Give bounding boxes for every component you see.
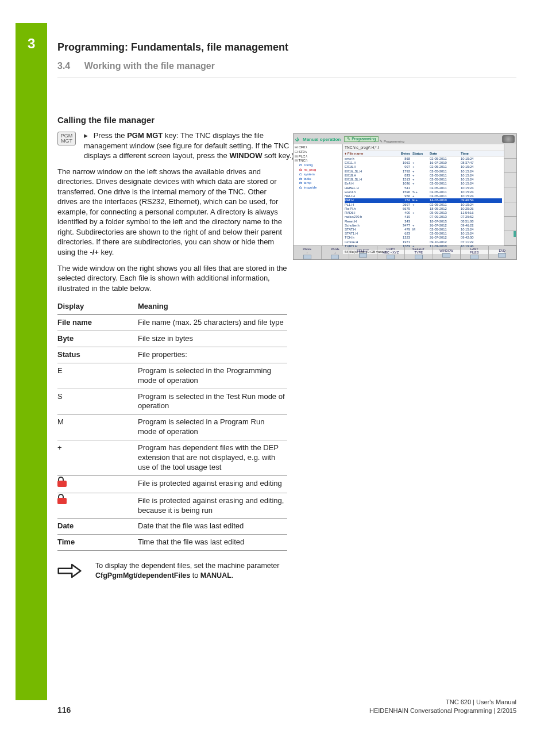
- file-row: NEU.H956+02-05-201110:15:24: [345, 194, 502, 198]
- side-button: [504, 144, 516, 159]
- file-row: EX11.H1963+16-07-201008:37:47: [345, 161, 502, 165]
- file-row: radius270.h41907-09-201307:29:52: [345, 215, 502, 219]
- display-cell: [57, 475, 138, 493]
- file-row: STAT1.H62302-05-201110:15:24: [345, 232, 502, 236]
- shot-mode-left: Manual operation: [303, 137, 341, 142]
- meaning-cell: Time that the file was last edited: [138, 535, 287, 551]
- shot-header: ⏻ Manual operation ✎ Programming ✎ Progr…: [294, 134, 516, 144]
- subheading: Calling the file manager: [57, 115, 517, 125]
- file-row: TCH.h132326-07-201209:42:30: [345, 236, 502, 240]
- tree-folder: 🗀 system: [295, 172, 341, 177]
- gear-icon: [502, 135, 515, 143]
- table-row: TimeTime that the file was last edited: [57, 535, 287, 551]
- col-display: Display: [57, 299, 138, 314]
- display-cell: Status: [57, 347, 138, 363]
- shot-softkey-row: PAGE ↑PAGE ↓SELECTCOPY ABC→XYZSELECT TYP…: [294, 245, 516, 260]
- display-cell: File name: [57, 315, 138, 331]
- power-icon: ⏻: [295, 137, 299, 141]
- section-number: 3.4: [57, 61, 70, 71]
- chapter-title: Programming: Fundamentals, file manageme…: [57, 41, 288, 53]
- chapter-number: 3: [28, 36, 35, 52]
- tree-drive: ⊟ TNC:\: [295, 159, 341, 163]
- softkey: SELECT TYPE: [405, 246, 433, 260]
- table-row: DateDate that the file was last edited: [57, 519, 287, 535]
- file-row: Reset.H34318-07-201308:51:08: [345, 220, 502, 224]
- shot-file-list: error.h86802-05-201110:15:24EX11.H1963+1…: [343, 156, 504, 249]
- side-button: [504, 173, 516, 187]
- meaning-cell: Program is selected in the Test Run mode…: [138, 389, 287, 415]
- table-row: EProgram is selected in the Programming …: [57, 363, 287, 389]
- side-button: [504, 202, 516, 217]
- shot-main: TNC:\nc_prog\*.H;*.I ♦ File name Bytes S…: [343, 144, 504, 245]
- softkey: COPY ABC→XYZ: [377, 246, 406, 260]
- tree-drive: ⊟ SF0:\: [295, 150, 341, 155]
- side-button: [504, 217, 516, 231]
- shot-side-buttons: [504, 144, 516, 245]
- meaning-cell: File is protected against erasing and ed…: [138, 493, 287, 519]
- softkey: LAST FILES: [461, 246, 489, 260]
- shot-columns: ♦ File name Bytes Status Date Time: [343, 151, 504, 156]
- paragraph-2: The wide window on the right shows you a…: [57, 263, 287, 294]
- file-row: Schulter.h3477+26-07-201209:46:22: [345, 224, 502, 228]
- page-number: 116: [57, 705, 71, 715]
- tree-drive: ⊟ CF0:\: [295, 145, 341, 150]
- chapter-sidebar: [16, 23, 47, 700]
- file-row: EX16.H997+02-05-201110:15:24: [345, 165, 502, 169]
- softkey: WINDOW: [433, 246, 461, 260]
- step-text: Press the PGM MGT key: The TNC displays …: [84, 131, 296, 161]
- note-row: To display the dependent files, set the …: [57, 561, 287, 581]
- file-row: PAT.H152E +14-07-201009:46:54: [345, 198, 502, 202]
- display-meaning-table: Display Meaning File nameFile name (max.…: [57, 299, 287, 551]
- page-footer: 116 TNC 620 | User's Manual HEIDENHAIN C…: [57, 698, 516, 715]
- tree-folder: 🗀 tncguide: [295, 186, 341, 190]
- pgm-mgt-key: PGM MGT: [57, 132, 76, 145]
- file-row: PL1.H2697+02-05-201110:15:24: [345, 203, 502, 207]
- softkey: SELECT: [349, 246, 377, 260]
- file-manager-screenshot: ⏻ Manual operation ✎ Programming ✎ Progr…: [293, 133, 517, 260]
- tree-folder: 🗀 config: [295, 163, 341, 168]
- meaning-cell: Program is selected in the Programming m…: [138, 363, 287, 389]
- section-name: Working with the file manager: [84, 61, 215, 71]
- meaning-cell: File name (max. 25 characters) and file …: [138, 315, 287, 331]
- table-row: +Program has dependent files with the DE…: [57, 440, 287, 476]
- table-row: SProgram is selected in the Test Run mod…: [57, 389, 287, 415]
- display-cell: E: [57, 363, 138, 389]
- display-cell: Date: [57, 519, 138, 535]
- paragraph-1: The narrow window on the left shows the …: [57, 167, 287, 258]
- shot-tree: ⊟ CF0:\⊟ SF0:\⊟ PLC:\⊟ TNC:\🗀 config🗀 nc…: [294, 144, 343, 245]
- col-meaning: Meaning: [138, 299, 287, 314]
- softkey: PAGE ↓: [322, 246, 350, 260]
- display-cell: Byte: [57, 331, 138, 347]
- tree-drive: ⊟ PLC:\: [295, 155, 341, 159]
- meaning-cell: File size in bytes: [138, 331, 287, 347]
- display-cell: Time: [57, 535, 138, 551]
- meaning-cell: Program is selected in a Program Run mod…: [138, 415, 287, 440]
- table-row: ByteFile size in bytes: [57, 331, 287, 347]
- table-row: MProgram is selected in a Program Run mo…: [57, 415, 287, 440]
- note-text: To display the dependent files, set the …: [95, 561, 287, 581]
- table-row: File is protected against erasing and ed…: [57, 475, 287, 493]
- side-button: [504, 231, 516, 245]
- file-row: RAD6.I400+05-09-201311:54:16: [345, 211, 502, 215]
- file-row: Ex4.H1036+02-05-201110:15:24: [345, 182, 502, 186]
- footer-right: TNC 620 | User's Manual HEIDENHAIN Conve…: [369, 698, 516, 715]
- header-divider: [57, 78, 516, 78]
- display-cell: S: [57, 389, 138, 415]
- shot-path: TNC:\nc_prog\*.H;*.I: [343, 144, 504, 151]
- side-button: [504, 187, 516, 202]
- shot-mode-mid: ✎ Programming: [344, 136, 379, 142]
- file-row: turbine.H197109-10-201207:11:22: [345, 240, 502, 244]
- section-title: 3.4 Working with the file manager: [57, 61, 215, 71]
- lock-icon: [57, 479, 67, 487]
- file-row: error.h86802-05-201110:15:24: [345, 157, 502, 161]
- meaning-cell: Program has dependent files with the DEP…: [138, 440, 287, 476]
- display-cell: [57, 493, 138, 519]
- file-row: HEBEL.H54102-05-201110:15:24: [345, 186, 502, 190]
- file-row: EX16_SL.H1792+02-05-201110:15:24: [345, 170, 502, 174]
- file-row: Ra-Pl.h667518-05-201210:25:26: [345, 207, 502, 211]
- tree-folder: 🗀 table: [295, 177, 341, 182]
- tree-folder: 🗀 temp: [295, 181, 341, 186]
- file-row: EX18_SL.H1513+02-05-201110:15:24: [345, 178, 502, 182]
- file-row: STAT.H479M02-05-201110:15:24: [345, 228, 502, 232]
- file-row: EX18.H833+02-05-201110:15:24: [345, 174, 502, 178]
